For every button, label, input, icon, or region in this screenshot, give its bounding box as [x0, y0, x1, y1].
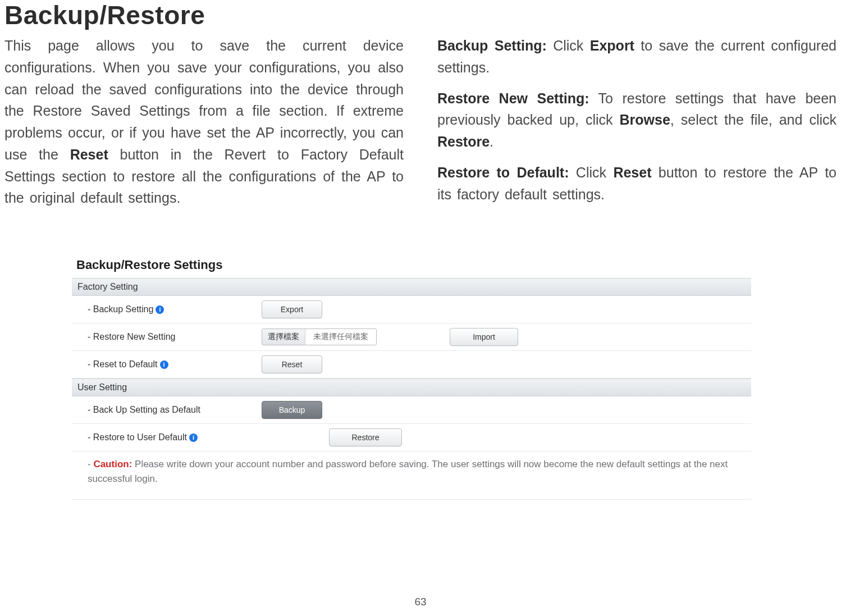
restore-word: Restore	[437, 134, 490, 149]
file-input[interactable]: 選擇檔案 未選擇任何檔案	[262, 328, 377, 345]
caution-text: Please write down your account number an…	[88, 459, 728, 484]
section-factory-setting: Factory Setting	[72, 278, 751, 296]
browse-word: Browse	[620, 112, 670, 127]
restore-default-heading: Restore to Default:	[437, 165, 569, 180]
info-icon[interactable]: i	[189, 434, 198, 442]
restore-new-text-2: , select the file, and click	[670, 112, 837, 127]
reset-button[interactable]: Reset	[262, 355, 322, 373]
info-icon[interactable]: i	[160, 361, 168, 369]
restore-button[interactable]: Restore	[329, 428, 402, 446]
caution-note: - Caution: Please write down your accoun…	[72, 451, 751, 500]
no-file-label: 未選擇任何檔案	[305, 332, 376, 342]
backup-button[interactable]: Backup	[262, 401, 322, 419]
section-user-setting: User Setting	[72, 378, 751, 396]
page-number: 63	[0, 596, 841, 608]
backup-restore-panel: Backup/Restore Settings Factory Setting …	[72, 254, 751, 500]
caution-dash: -	[88, 459, 93, 469]
label-backup-as-default: - Back Up Setting as Default	[88, 405, 200, 415]
label-reset-to-default: - Reset to Default	[88, 359, 158, 369]
restore-new-text-3: .	[490, 134, 493, 149]
row-restore-user-default: - Restore to User Default i Restore	[72, 424, 751, 451]
export-word: Export	[590, 38, 634, 53]
import-button[interactable]: Import	[450, 328, 518, 346]
label-backup-setting: - Backup Setting	[88, 304, 153, 314]
row-backup-as-default: - Back Up Setting as Default Backup	[72, 396, 751, 424]
row-reset-to-default: - Reset to Default i Reset	[72, 351, 751, 378]
reset-word-2: Reset	[613, 165, 651, 180]
reset-word: Reset	[70, 147, 108, 162]
choose-file-button[interactable]: 選擇檔案	[262, 329, 305, 345]
row-backup-setting: - Backup Setting i Export	[72, 296, 751, 323]
panel-title: Backup/Restore Settings	[72, 254, 751, 278]
backup-setting-heading: Backup Setting:	[437, 38, 547, 53]
label-restore-new-setting: - Restore New Setting	[88, 332, 176, 342]
backup-setting-text-1: Click	[547, 38, 590, 53]
intro-text-1: This page allows you to save the current…	[4, 38, 404, 162]
restore-new-heading: Restore New Setting:	[437, 90, 589, 106]
intro-paragraph-left: This page allows you to save the current…	[4, 35, 404, 209]
caution-label: Caution:	[93, 459, 132, 469]
restore-default-text-1: Click	[569, 165, 613, 180]
label-restore-user-default: - Restore to User Default	[88, 432, 187, 442]
page-title: Backup/Restore	[4, 0, 837, 30]
info-icon[interactable]: i	[156, 305, 164, 314]
export-button[interactable]: Export	[262, 300, 322, 318]
intro-paragraph-right: Backup Setting: Click Export to save the…	[437, 35, 837, 214]
row-restore-new-setting: - Restore New Setting 選擇檔案 未選擇任何檔案 Impor…	[72, 323, 751, 351]
